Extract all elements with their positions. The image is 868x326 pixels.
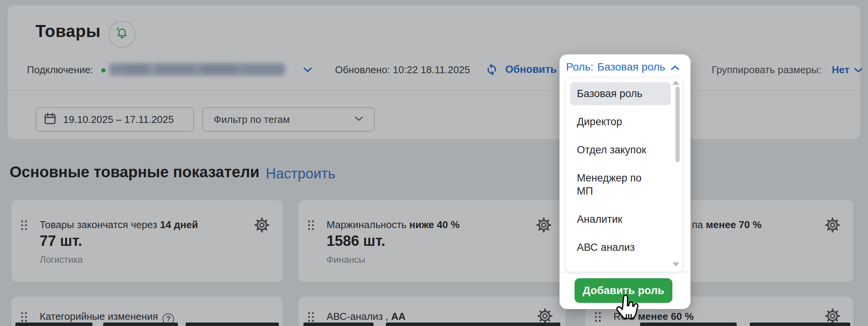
chevron-up-icon bbox=[670, 62, 680, 74]
role-options-list: Базовая роль Директор Отдел закупок Мене… bbox=[566, 78, 682, 272]
role-label: Роль: bbox=[566, 61, 593, 73]
scroll-down-arrow-icon[interactable] bbox=[672, 262, 679, 267]
role-option-selected[interactable]: Базовая роль bbox=[570, 82, 671, 105]
scrollbar-thumb[interactable] bbox=[675, 87, 680, 162]
role-option[interactable]: Аналитик bbox=[570, 208, 671, 231]
products-dashboard: Товары Подключение: Обновлено: 10:22 18.… bbox=[0, 0, 868, 326]
role-option[interactable]: Менеджер по МП bbox=[570, 166, 671, 203]
scroll-up-arrow-icon[interactable] bbox=[672, 81, 679, 85]
role-dropdown-popup: Роль: Базовая роль Базовая роль Директор… bbox=[560, 54, 690, 309]
hand-cursor-icon bbox=[613, 294, 642, 326]
role-option[interactable]: Отдел закупок bbox=[570, 138, 671, 161]
role-option[interactable]: Директор bbox=[570, 110, 671, 133]
role-selector-trigger[interactable]: Роль: Базовая роль bbox=[566, 60, 680, 74]
modal-dim-overlay bbox=[0, 0, 868, 326]
popup-divider bbox=[562, 272, 688, 272]
role-value: Базовая роль bbox=[597, 61, 665, 73]
role-option[interactable]: АВС анализ bbox=[570, 236, 671, 259]
